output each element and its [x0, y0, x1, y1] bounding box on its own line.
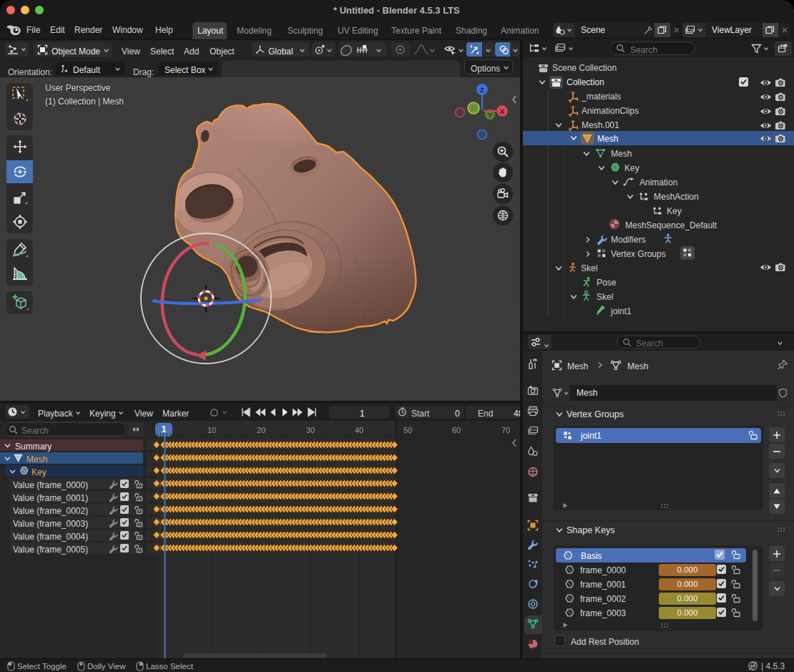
svg-text:X: X — [500, 107, 505, 115]
svg-text:Z: Z — [480, 86, 484, 94]
svg-text:Y: Y — [488, 112, 492, 119]
